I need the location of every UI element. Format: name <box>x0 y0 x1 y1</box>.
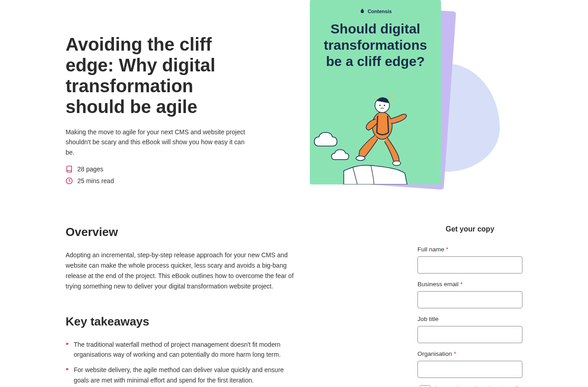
email-label: Business email * <box>417 281 522 288</box>
form-title: Get your copy <box>417 225 522 233</box>
list-item: The traditional waterfall method of proj… <box>66 340 296 360</box>
jobtitle-input[interactable] <box>417 326 522 343</box>
svg-line-7 <box>389 94 391 98</box>
email-input[interactable] <box>417 291 522 308</box>
overview-text: Adopting an incremental, step-by-step re… <box>66 250 296 292</box>
svg-line-9 <box>373 94 375 98</box>
fullname-input[interactable] <box>417 256 522 274</box>
jobtitle-label: Job title <box>417 316 522 322</box>
svg-point-5 <box>379 105 381 106</box>
organisation-input[interactable] <box>417 361 522 378</box>
svg-line-8 <box>392 99 396 101</box>
consent-checkbox[interactable] <box>419 385 431 387</box>
svg-point-3 <box>393 161 401 165</box>
pages-meta: 28 pages <box>66 165 247 173</box>
organisation-label: Organisation * <box>417 350 522 357</box>
overview-heading: Overview <box>66 225 296 239</box>
page-subtitle: Making the move to agile for your next C… <box>66 127 247 157</box>
clock-icon <box>66 177 73 184</box>
takeaways-list: The traditional waterfall method of proj… <box>66 340 296 387</box>
takeaways-heading: Key takeaways <box>66 315 296 329</box>
readtime-meta: 25 mins read <box>66 177 247 184</box>
brand-icon <box>359 8 365 14</box>
list-item: For website delivery, the agile method c… <box>66 365 296 385</box>
cover-title: Should digital transformations be a clif… <box>319 21 432 70</box>
readtime-text: 25 mins read <box>77 177 114 184</box>
pages-text: 28 pages <box>77 165 104 173</box>
book-icon <box>66 165 73 173</box>
ebook-cover: Contensis Should digital transformations… <box>310 0 477 185</box>
fullname-label: Full name * <box>417 246 522 253</box>
page-title: Avoiding the cliff edge: Why digital tra… <box>66 34 247 117</box>
cover-illustration <box>310 80 441 184</box>
svg-point-2 <box>356 156 365 160</box>
svg-point-6 <box>384 105 385 106</box>
cover-brand: Contensis <box>319 8 432 14</box>
consent-text: I consent to receive relevant email comm… <box>436 385 522 387</box>
